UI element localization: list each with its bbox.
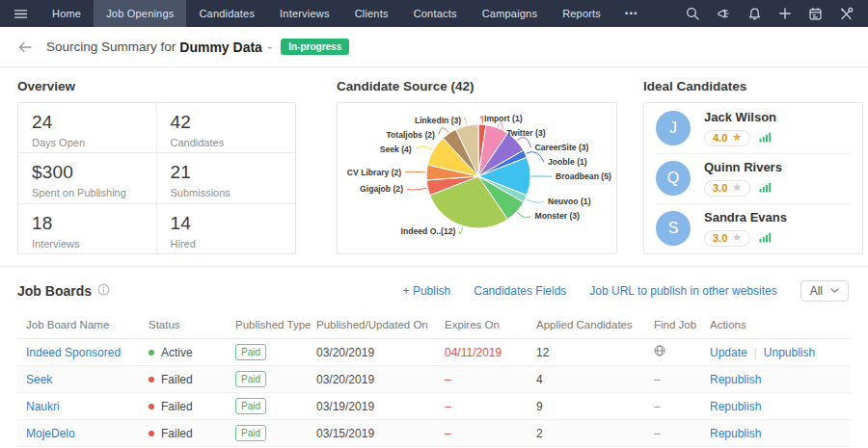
col-published-on: Published/Updated On: [316, 312, 445, 339]
republish-link[interactable]: Republish: [710, 427, 761, 440]
nav-item-candidates[interactable]: Candidates: [186, 0, 267, 27]
stat-submissions: 21 Submissions: [157, 153, 296, 203]
table-row: Naukri Failed Paid 03/19/2019 – 9 – Repu…: [17, 393, 851, 420]
find-job-dash: –: [654, 400, 661, 413]
pie-leader-line: [439, 128, 448, 135]
signal-bars-icon: [759, 129, 772, 146]
table-row: Indeed Sponsored Active Paid 03/20/2019 …: [17, 339, 851, 366]
title-separator: -: [267, 39, 272, 56]
rating-pill: 3.0 ★: [704, 230, 750, 247]
rating-pill: 3.0 ★: [704, 180, 750, 197]
announcement-icon[interactable]: [717, 7, 731, 21]
pie-leader-line: [459, 227, 462, 235]
job-board-name-link[interactable]: Naukri: [26, 400, 60, 413]
table-row: MojeDelo Failed Paid 03/15/2019 – 2 – Re…: [17, 420, 851, 447]
pie-label: CareerSite (3): [535, 143, 589, 152]
expires-dash: –: [445, 373, 451, 386]
nav-item-home[interactable]: Home: [40, 0, 94, 27]
calendar-icon[interactable]: [808, 7, 823, 21]
published-date: 03/19/2019: [316, 400, 374, 413]
pie-label: CV Library (2): [347, 168, 401, 177]
pie-label: Seek (4): [380, 145, 412, 154]
job-board-name-link[interactable]: MojeDelo: [26, 427, 75, 440]
publish-link[interactable]: + Publish: [403, 284, 451, 298]
expires-date: 04/11/2019: [445, 346, 502, 359]
paid-badge: Paid: [235, 398, 266, 414]
back-arrow-icon[interactable]: [16, 39, 34, 56]
globe-icon[interactable]: [654, 346, 665, 359]
nav-item-reports[interactable]: Reports: [550, 0, 613, 27]
candidate-row[interactable]: Q Quinn Rivers 3.0 ★: [644, 153, 862, 203]
nav-item-clients[interactable]: Clients: [342, 0, 401, 27]
candidate-name: Jack Wilson: [704, 110, 776, 124]
notifications-bell-icon[interactable]: [747, 7, 762, 21]
hamburger-menu-icon[interactable]: [0, 0, 40, 27]
pie-label: Import (1): [484, 114, 523, 123]
candidate-row[interactable]: J Jack Wilson 4.0 ★: [644, 103, 862, 153]
search-icon[interactable]: [686, 7, 700, 21]
find-job-dash: –: [654, 373, 661, 386]
setup-tools-icon[interactable]: [839, 7, 854, 21]
paid-badge: Paid: [235, 425, 266, 441]
pie-leader-line: [407, 188, 426, 190]
status-text: Active: [161, 346, 193, 359]
candidate-row[interactable]: S Sandra Evans 3.0 ★: [644, 203, 862, 253]
published-date: 03/20/2019: [316, 346, 374, 359]
avatar: S: [656, 211, 691, 246]
status-text: Failed: [161, 400, 193, 413]
candidate-source-title: Candidate Source (42): [337, 79, 617, 93]
ideal-candidates-card: J Jack Wilson 4.0 ★ Q: [643, 102, 863, 254]
candidate-source-card: Import (1)Twitter (3)CareerSite (3)Joobl…: [337, 102, 617, 254]
job-name: Dummy Data: [179, 40, 262, 55]
top-navbar: Home Job Openings Candidates Interviews …: [0, 0, 868, 27]
job-board-name-link[interactable]: Seek: [26, 373, 52, 386]
unpublish-link[interactable]: Unpublish: [764, 346, 815, 359]
job-boards-table: Job Board Name Status Published Type Pub…: [17, 312, 851, 447]
col-published-type: Published Type: [235, 312, 316, 339]
applied-count: 2: [536, 427, 543, 440]
pie-leader-line: [465, 118, 467, 125]
link-divider: |: [754, 346, 757, 359]
expires-dash: –: [445, 400, 451, 413]
republish-link[interactable]: Republish: [710, 373, 761, 386]
applied-count: 9: [536, 400, 543, 413]
info-icon[interactable]: [97, 283, 110, 299]
overview-title: Overview: [17, 79, 296, 93]
find-job-dash: –: [654, 427, 661, 440]
republish-link[interactable]: Republish: [710, 400, 761, 413]
avatar: Q: [656, 161, 691, 196]
nav-more-icon[interactable]: •••: [613, 0, 650, 27]
candidate-star-0: ★: [732, 132, 742, 143]
candidate-name: Quinn Rivers: [704, 160, 782, 174]
pie-label: Totaljobs (2): [386, 130, 435, 140]
stat-hired: 14 Hired: [157, 204, 296, 253]
stat-spent-on-publishing: $300 Spent on Publishing: [18, 153, 157, 203]
add-plus-icon[interactable]: [778, 7, 792, 20]
published-date: 03/20/2019: [316, 373, 374, 386]
status-text: Failed: [161, 373, 193, 386]
pie-label: Broadbean (5): [556, 171, 611, 181]
nav-item-job-openings[interactable]: Job Openings: [94, 0, 186, 27]
signal-bars-icon: [759, 229, 772, 247]
filter-dropdown[interactable]: All: [800, 280, 849, 302]
job-boards-header: Job Boards + Publish Candidates Fields J…: [0, 267, 868, 312]
col-job-board-name: Job Board Name: [17, 312, 149, 339]
job-board-name-link[interactable]: Indeed Sponsored: [26, 346, 121, 359]
candidate-name: Sandra Evans: [704, 210, 787, 224]
pie-label: LinkedIn (3): [415, 116, 461, 125]
job-url-link[interactable]: Job URL to publish in other websites: [589, 284, 776, 298]
signal-bars-icon: [759, 179, 772, 197]
nav-item-contacts[interactable]: Contacts: [401, 0, 470, 27]
pie-label: Twitter (3): [506, 128, 546, 138]
overview-card: 24 Days Open 42 Candidates $300 Spent on…: [17, 102, 296, 254]
nav-item-interviews[interactable]: Interviews: [267, 0, 342, 27]
pie-leader-line: [405, 171, 425, 172]
nav-item-campaigns[interactable]: Campaigns: [470, 0, 550, 27]
table-row: Seek Failed Paid 03/20/2019 – 4 – Republ…: [17, 366, 851, 393]
update-link[interactable]: Update: [710, 346, 747, 359]
stat-interviews: 18 Interviews: [18, 204, 157, 253]
candidate-source-pie: Import (1)Twitter (3)CareerSite (3)Joobl…: [338, 103, 616, 253]
applied-count: 12: [536, 346, 549, 359]
table-header-row: Job Board Name Status Published Type Pub…: [17, 312, 851, 339]
candidates-fields-link[interactable]: Candidates Fields: [474, 284, 566, 298]
